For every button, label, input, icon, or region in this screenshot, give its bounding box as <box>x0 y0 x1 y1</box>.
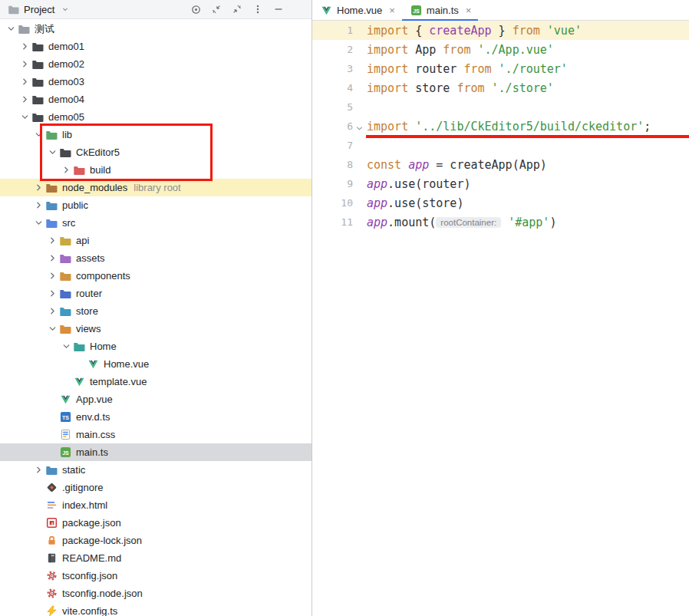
tree-item-store[interactable]: store <box>0 302 312 320</box>
expand-all-icon[interactable] <box>230 2 244 16</box>
chevron-icon[interactable] <box>46 305 59 318</box>
tree-item-app.vue[interactable]: App.vue <box>0 390 312 408</box>
tab-label: Home.vue <box>337 5 382 16</box>
chevron-icon[interactable] <box>46 235 59 247</box>
chevron-icon[interactable] <box>32 464 45 476</box>
line-number: 10 <box>312 197 364 209</box>
tree-item-lib[interactable]: lib <box>0 126 312 143</box>
folder-icon <box>31 41 44 53</box>
tree-item-index.html[interactable]: index.html <box>0 496 312 514</box>
tree-item-home[interactable]: Home <box>0 338 312 355</box>
tree-item-demo01[interactable]: demo01 <box>0 38 312 55</box>
chevron-icon[interactable] <box>46 323 59 335</box>
tree-item-public[interactable]: public <box>0 196 312 214</box>
tree-item-vite.config.ts[interactable]: vite.config.ts <box>0 602 312 616</box>
tree-item-label: static <box>62 464 85 476</box>
more-options-icon[interactable] <box>251 2 265 16</box>
tree-item-env.d.ts[interactable]: TSenv.d.ts <box>0 408 312 426</box>
tree-item-main.ts[interactable]: JSmain.ts <box>0 443 312 461</box>
tree-item-components[interactable]: components <box>0 267 312 285</box>
tree-item-demo05[interactable]: demo05 <box>0 108 312 126</box>
line-number: 9 <box>312 178 364 189</box>
tab-home.vue[interactable]: Home.vue× <box>312 0 402 20</box>
chevron-icon[interactable] <box>18 41 31 53</box>
parameter-hint-chip: rootContainer: <box>436 217 501 228</box>
tree-item-home.vue[interactable]: Home.vue <box>0 355 312 373</box>
chevron-icon[interactable] <box>32 129 45 141</box>
code-line-11[interactable]: 11app.mount(rootContainer: '#app') <box>312 212 689 232</box>
tab-label: main.ts <box>427 5 459 16</box>
tree-item-assets[interactable]: assets <box>0 249 312 267</box>
tree-item-label: demo03 <box>48 76 84 87</box>
chevron-icon[interactable] <box>18 76 31 88</box>
tree-item-api[interactable]: api <box>0 232 312 249</box>
folder-icon <box>73 164 85 176</box>
code-line-7[interactable]: 7 <box>312 136 689 155</box>
unfold-icon[interactable] <box>355 122 364 136</box>
tab-main.ts[interactable]: JSmain.ts× <box>402 0 479 20</box>
code-line-9[interactable]: 9app.use(router) <box>312 174 689 193</box>
chevron-icon[interactable] <box>18 111 31 124</box>
panel-title[interactable]: Project <box>24 4 54 15</box>
code-line-2[interactable]: 2import App from './App.vue' <box>312 40 689 59</box>
chevron-icon[interactable] <box>46 252 59 265</box>
tree-item-views[interactable]: views <box>0 320 312 338</box>
vue-file-icon <box>59 394 71 406</box>
tree-item-demo02[interactable]: demo02 <box>0 55 312 73</box>
chevron-icon[interactable] <box>32 182 45 194</box>
chevron-icon[interactable] <box>18 94 31 106</box>
line-number: 1 <box>312 25 364 36</box>
tree-item-package-lock.json[interactable]: package-lock.json <box>0 532 312 549</box>
locate-file-icon[interactable] <box>189 2 203 16</box>
folder-icon <box>45 217 58 229</box>
code-line-1[interactable]: 1import { createApp } from 'vue' <box>312 21 689 40</box>
tree-item-tsconfig.node.json[interactable]: tsconfig.node.json <box>0 585 312 602</box>
chevron-icon[interactable] <box>60 341 73 353</box>
collapse-all-icon[interactable] <box>209 2 223 16</box>
tree-item-label: router <box>76 288 102 299</box>
chevron-icon[interactable] <box>32 199 45 212</box>
folder-icon <box>59 288 71 300</box>
tree-item-node_modules[interactable]: node_moduleslibrary root <box>0 179 312 196</box>
tree-item-src[interactable]: src <box>0 214 312 232</box>
close-icon[interactable]: × <box>466 5 472 16</box>
code-editor[interactable]: 1import { createApp } from 'vue'2import … <box>312 21 689 616</box>
close-icon[interactable]: × <box>389 5 395 16</box>
chevron-icon[interactable] <box>46 288 59 300</box>
chevron-down-icon[interactable] <box>58 2 72 16</box>
tree-item-template.vue[interactable]: template.vue <box>0 373 312 390</box>
tree-item-label: demo01 <box>48 41 84 52</box>
tree-item--[interactable]: 测试 <box>0 20 312 38</box>
code-line-3[interactable]: 3import router from './router' <box>312 59 689 78</box>
tree-item-readme.md[interactable]: README.md <box>0 549 312 567</box>
tree-item-demo03[interactable]: demo03 <box>0 73 312 91</box>
chevron-icon[interactable] <box>5 23 18 35</box>
code-line-10[interactable]: 10app.use(store) <box>312 193 689 212</box>
tree-item-package.json[interactable]: package.json <box>0 514 312 532</box>
chevron-icon[interactable] <box>32 217 45 229</box>
chevron-icon[interactable] <box>46 147 59 159</box>
chevron-icon[interactable] <box>46 270 59 282</box>
tree-item-.gitignore[interactable]: .gitignore <box>0 479 312 496</box>
tree-item-static[interactable]: static <box>0 461 312 479</box>
tree-item-ckeditor5[interactable]: CkEditor5 <box>0 143 312 161</box>
chevron-icon[interactable] <box>60 164 73 176</box>
tree-item-suffix: library root <box>134 182 180 193</box>
code-line-6[interactable]: 6import '../lib/CkEditor5/build/ckeditor… <box>312 117 689 136</box>
code-line-5[interactable]: 5 <box>312 97 689 117</box>
tree-item-tsconfig.json[interactable]: tsconfig.json <box>0 567 312 585</box>
chevron-icon[interactable] <box>18 58 31 71</box>
tree-item-main.css[interactable]: main.css <box>0 426 312 443</box>
tree-item-label: src <box>62 217 75 229</box>
hide-panel-icon[interactable] <box>272 2 285 16</box>
tree-item-demo04[interactable]: demo04 <box>0 91 312 108</box>
code-text: import router from './router' <box>364 62 568 76</box>
tree-item-build[interactable]: build <box>0 161 312 179</box>
project-tool-window-icon <box>6 2 20 16</box>
tree-item-router[interactable]: router <box>0 285 312 302</box>
code-line-4[interactable]: 4import store from './store' <box>312 78 689 97</box>
chevron-spacer <box>32 517 45 529</box>
code-line-8[interactable]: 8const app = createApp(App) <box>312 155 689 174</box>
folder-icon <box>45 199 58 212</box>
code-text: app.use(store) <box>364 196 463 210</box>
